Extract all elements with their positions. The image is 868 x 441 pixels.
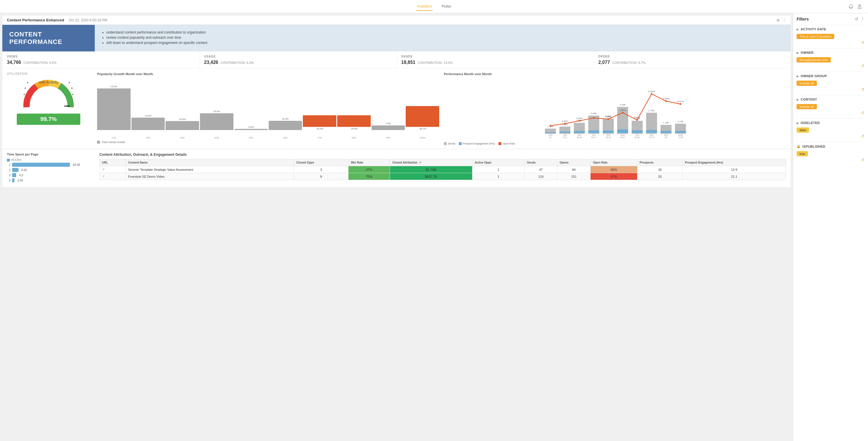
or-point-10: [680, 103, 681, 105]
bullet-3: drill down to understand prospect engage…: [106, 41, 208, 45]
filter-reset-owner-icon[interactable]: ↺: [861, 64, 865, 68]
performance-chart-title: Performance Month over Month: [444, 72, 786, 76]
x-label-10-20: 10/20: [406, 136, 439, 139]
report-header-right: ⊞ ⋮: [777, 18, 786, 22]
filters-refresh-icon[interactable]: ↺: [855, 17, 858, 21]
filter-content-icons: ↺: [797, 111, 865, 115]
performance-legend: Sends Prospect Engagement (Hrs) Open Rat…: [444, 142, 786, 145]
time-bar-1: [12, 163, 70, 167]
filter-content: ▶ CONTENT Include all ↺: [797, 95, 865, 115]
filter-isdeleted-header[interactable]: ▶ ISDELETED: [797, 121, 865, 125]
time-hours-legend-box: [7, 159, 10, 162]
stat-views-label: VIEWS: [7, 55, 194, 58]
or-label-5: 8.82%: [606, 116, 611, 118]
external-link-icon-2[interactable]: ↗: [102, 175, 104, 178]
perf-bar-label-4: 2.48K: [591, 112, 597, 115]
row2-url[interactable]: ↗: [100, 173, 126, 180]
filter-chip-isdeleted[interactable]: false: [797, 127, 809, 133]
row1-active-opps: 1: [472, 166, 524, 173]
external-link-icon-1[interactable]: ↗: [102, 168, 104, 171]
filter-reset-owner-group-icon[interactable]: ↺: [861, 87, 865, 92]
filter-chip-owner-group[interactable]: Include all: [797, 81, 817, 86]
bar-7-20: [303, 115, 336, 127]
filter-owner-header[interactable]: ▶ OWNER: [797, 51, 865, 54]
filter-arrow-content: ▶: [797, 98, 799, 101]
filter-lock-icon: 🔒: [797, 145, 801, 148]
perf-bar-label-8: 2.14K: [649, 109, 655, 112]
bar-label-5-20: 0.6%: [248, 126, 254, 128]
eng-bar-9: [660, 131, 672, 133]
filters-more-icon[interactable]: ⋮: [861, 17, 865, 21]
filter-reset-date-icon[interactable]: ↺: [861, 40, 865, 45]
row2-closed-opps: 8: [294, 173, 348, 180]
perf-bar-label-6: 3.43K: [620, 103, 626, 106]
tab-analytics[interactable]: Analytics: [416, 2, 433, 11]
eng-bar-2: [559, 131, 570, 133]
bar-3-20: [165, 121, 199, 130]
x-label-4-20: 4/20: [200, 136, 234, 139]
filter-owner-icons: ↺: [797, 64, 865, 68]
more-options-icon[interactable]: ⋮: [782, 18, 786, 22]
eng-bar-1: [545, 132, 556, 133]
row1-name: Seismic Template Strategic Value Assessm…: [126, 166, 294, 173]
stat-sends-value: 18,851: [401, 60, 415, 65]
open-rate-line: [551, 94, 680, 126]
report-header-bar: Content Performance Enhanced Oct 22, 202…: [2, 15, 790, 25]
filter-chip-owner[interactable]: klong@seismic.com: [797, 57, 831, 62]
time-bar-num-3: 3: [7, 174, 10, 177]
filter-activity-date-header[interactable]: ▶ ACTIVITY DATE: [797, 27, 865, 31]
gauge-percent-box: 99.7%: [17, 114, 80, 125]
bar-label-2-20: 21.6%: [145, 115, 151, 117]
or-label-6: 10.8%: [620, 109, 626, 111]
time-bar-num-2: 2: [7, 168, 10, 172]
chart-left-gauge: UTILIZATION with Activity: [2, 72, 95, 145]
gauge-wrap: with Activity: [17, 78, 80, 113]
bar-4-20: [200, 113, 234, 130]
popularity-chart-legend: Total Activity Growth: [97, 141, 439, 144]
col-open-rate: Open Rate: [591, 159, 637, 166]
time-bar-row-3: 3 4.3: [7, 173, 90, 177]
filter-ispublished-header[interactable]: 🔒 ISPUBLISHED: [797, 145, 865, 148]
filter-reset-ispublished-icon[interactable]: ↺: [861, 158, 865, 162]
filter-chip-content[interactable]: Include all: [797, 104, 817, 109]
filter-reset-isdeleted-icon[interactable]: ↺: [861, 134, 865, 138]
user-icon[interactable]: [857, 4, 862, 9]
top-nav-icons: [848, 4, 862, 9]
filter-label-owner: OWNER: [801, 51, 814, 54]
utilization-label: UTILIZATION: [7, 72, 27, 75]
perf-x-4: 4/20: [592, 134, 596, 136]
bar-2-20: [131, 118, 165, 130]
filter-chip-date[interactable]: This & Last 3 Quarters: [797, 34, 834, 39]
eng-bar-6: [617, 129, 628, 133]
filter-content-header[interactable]: ▶ CONTENT: [797, 98, 865, 101]
popularity-x-axis: 1/20 2/20 3/20 4/20 5/20 6/20 7/20 8/20 …: [97, 136, 439, 139]
tab-pulse[interactable]: Pulse: [441, 2, 452, 11]
grid-icon[interactable]: ⊞: [777, 18, 780, 22]
bell-icon[interactable]: [848, 4, 854, 9]
row1-engagement: 12.9: [682, 166, 786, 173]
filter-reset-content-icon[interactable]: ↺: [861, 111, 865, 115]
report-area: Content Performance Enhanced Oct 22, 202…: [0, 13, 793, 441]
content-title-right: understand content performance and contr…: [95, 25, 790, 52]
row1-url[interactable]: ↗: [100, 166, 126, 173]
perf-bottom-1: 61: [549, 136, 552, 138]
col-content-name: Content Name: [126, 159, 294, 166]
stat-views: VIEWS 34,766CONTRIBUTION: 6.5%: [2, 52, 199, 68]
stat-opens-label: OPENS: [598, 55, 786, 58]
filter-chip-ispublished[interactable]: true: [797, 151, 808, 156]
col-closed-attribution: Closed Attribution ▼: [390, 159, 472, 166]
row2-closed-attr: $937.7K: [390, 173, 472, 180]
x-label-5-20: 5/20: [234, 136, 268, 139]
report-content: CONTENT PERFORMANCE understand content p…: [2, 25, 790, 187]
bullet-1: understand content performance and contr…: [106, 30, 208, 34]
filter-owner-group-header[interactable]: ▶ OWNER GROUP: [797, 74, 865, 78]
charts-section: UTILIZATION with Activity: [2, 69, 790, 149]
row1-prospects: 18: [637, 166, 682, 173]
eng-bar-10: [675, 131, 686, 133]
bar-label-1-20: 73.0%: [111, 85, 117, 88]
filter-owner: ▶ OWNER klong@seismic.com ↺: [797, 48, 865, 68]
x-label-3-20: 3/20: [165, 136, 199, 139]
table-section: Content Attribution, Outreach, & Engagem…: [95, 149, 790, 187]
eng-bar-7: [632, 130, 643, 133]
x-label-1-20: 1/20: [97, 136, 131, 139]
